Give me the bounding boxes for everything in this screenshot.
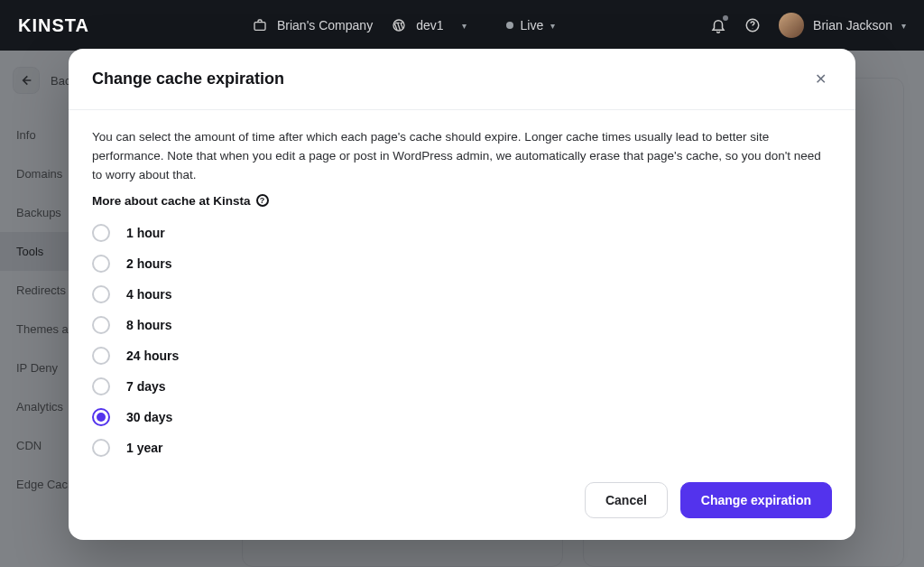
company-name: Brian's Company <box>277 18 373 33</box>
brand-text: KINSTA <box>18 15 89 35</box>
expiration-option[interactable]: 30 days <box>92 408 832 426</box>
chevron-down-icon: ▾ <box>901 21 906 31</box>
learn-more-text: More about cache at Kinsta <box>92 194 251 208</box>
option-label: 7 days <box>126 379 166 394</box>
option-label: 1 year <box>126 441 162 455</box>
question-icon: ? <box>256 194 269 207</box>
topbar: KINSTA Brian's Company dev1 ▾ Live ▾ Bri… <box>0 0 924 51</box>
site-name: dev1 <box>416 18 443 33</box>
chevron-down-icon: ▾ <box>462 21 467 31</box>
expiration-options: 1 hour2 hours4 hours8 hours24 hours7 day… <box>92 224 832 457</box>
expiration-option[interactable]: 1 hour <box>92 224 832 242</box>
user-name: Brian Jackson <box>813 18 892 33</box>
radio-icon <box>92 347 110 365</box>
radio-icon <box>92 255 110 273</box>
option-label: 1 hour <box>126 226 165 240</box>
radio-icon <box>92 316 110 334</box>
expiration-option[interactable]: 8 hours <box>92 316 832 334</box>
option-label: 4 hours <box>126 287 172 302</box>
radio-icon <box>92 439 110 457</box>
radio-icon <box>92 224 110 242</box>
svg-rect-0 <box>254 23 265 31</box>
expiration-option[interactable]: 7 days <box>92 377 832 395</box>
env-name: Live <box>521 18 544 33</box>
close-button[interactable]: ✕ <box>809 67 832 91</box>
avatar <box>779 13 804 38</box>
briefcase-icon <box>252 17 268 33</box>
modal-title: Change cache expiration <box>92 70 284 88</box>
submit-button[interactable]: Change expiration <box>680 482 832 518</box>
radio-icon <box>92 408 110 426</box>
cache-expiration-modal: Change cache expiration ✕ You can select… <box>69 49 855 540</box>
user-menu[interactable]: Brian Jackson ▾ <box>779 13 906 38</box>
radio-icon <box>92 377 110 395</box>
brand-logo[interactable]: KINSTA <box>18 15 89 36</box>
option-label: 24 hours <box>126 349 179 363</box>
option-label: 30 days <box>126 410 172 424</box>
env-switcher[interactable]: Live ▾ <box>506 18 556 33</box>
help-icon[interactable] <box>744 17 761 33</box>
bell-icon[interactable] <box>710 17 726 33</box>
site-switcher[interactable]: dev1 <box>391 17 443 33</box>
company-switcher[interactable]: Brian's Company <box>252 17 373 33</box>
expiration-option[interactable]: 2 hours <box>92 255 832 273</box>
status-dot-icon <box>506 22 513 29</box>
expiration-option[interactable]: 1 year <box>92 439 832 457</box>
learn-more-link[interactable]: More about cache at Kinsta ? <box>92 194 832 208</box>
wordpress-icon <box>391 17 407 33</box>
close-icon: ✕ <box>815 71 827 87</box>
modal-description: You can select the amount of time after … <box>92 128 832 185</box>
option-label: 8 hours <box>126 318 172 332</box>
svg-point-3 <box>753 28 753 29</box>
cancel-button[interactable]: Cancel <box>585 482 668 518</box>
expiration-option[interactable]: 24 hours <box>92 347 832 365</box>
option-label: 2 hours <box>126 256 172 271</box>
chevron-down-icon: ▾ <box>550 21 555 31</box>
radio-icon <box>92 285 110 303</box>
expiration-option[interactable]: 4 hours <box>92 285 832 303</box>
